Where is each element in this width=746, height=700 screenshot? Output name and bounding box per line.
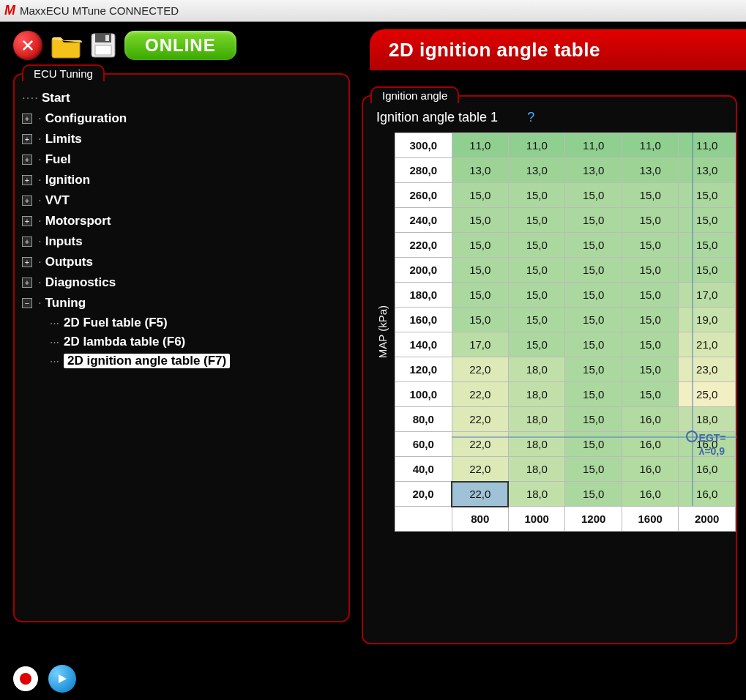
- map-cell[interactable]: 15,0: [622, 233, 678, 258]
- map-cell[interactable]: 17,0: [679, 283, 736, 308]
- map-cell[interactable]: 15,0: [565, 407, 622, 432]
- map-cell[interactable]: 15,0: [622, 183, 678, 208]
- tree-item-start[interactable]: ····Start: [22, 88, 341, 108]
- map-cell[interactable]: 15,0: [508, 233, 564, 258]
- map-cell[interactable]: 15,0: [679, 233, 736, 258]
- tree-item-inputs[interactable]: +·Inputs: [22, 231, 341, 252]
- map-cell[interactable]: 15,0: [565, 208, 622, 233]
- expand-icon[interactable]: +: [22, 175, 32, 185]
- map-cell[interactable]: 18,0: [508, 357, 564, 382]
- map-cell[interactable]: 15,0: [565, 183, 622, 208]
- map-cell[interactable]: 15,0: [565, 233, 622, 258]
- map-cell[interactable]: 22,0: [452, 482, 508, 507]
- map-cell[interactable]: 15,0: [508, 308, 564, 332]
- tree-item-motorsport[interactable]: +·Motorsport: [22, 211, 341, 231]
- map-cell[interactable]: 15,0: [679, 208, 736, 233]
- map-cell[interactable]: 18,0: [508, 407, 564, 432]
- map-cell[interactable]: 11,0: [679, 133, 736, 158]
- map-cell[interactable]: 15,0: [452, 308, 508, 332]
- tree-item-diagnostics[interactable]: +·Diagnostics: [22, 272, 341, 293]
- map-cell[interactable]: 15,0: [565, 283, 622, 308]
- map-cell[interactable]: 25,0: [679, 382, 736, 407]
- map-cell[interactable]: 17,0: [452, 332, 508, 357]
- tree-leaf-2d-lambda-table-f6-[interactable]: ⋯2D lambda table (F6): [50, 332, 341, 351]
- ignition-map-table[interactable]: 300,011,011,011,011,011,0280,013,013,013…: [395, 133, 736, 532]
- tree-item-outputs[interactable]: +·Outputs: [22, 252, 341, 272]
- expand-icon[interactable]: +: [22, 154, 32, 165]
- map-cell[interactable]: 18,0: [508, 432, 564, 457]
- map-cell[interactable]: 18,0: [679, 407, 736, 432]
- map-cell[interactable]: 23,0: [679, 357, 736, 382]
- map-cell[interactable]: 13,0: [508, 158, 564, 183]
- open-button[interactable]: [50, 32, 82, 59]
- map-cell[interactable]: 16,0: [622, 407, 678, 432]
- collapse-icon[interactable]: −: [22, 298, 32, 308]
- map-cell[interactable]: 15,0: [622, 283, 678, 308]
- tree-leaf-2d-ignition-angle-table-f7-[interactable]: ⋯2D ignition angle table (F7): [50, 351, 341, 371]
- map-cell[interactable]: 15,0: [565, 382, 622, 407]
- map-cell[interactable]: 22,0: [452, 457, 508, 482]
- map-cell[interactable]: 11,0: [565, 133, 622, 158]
- map-cell[interactable]: 15,0: [452, 233, 508, 258]
- tree-item-tuning[interactable]: −·Tuning: [22, 293, 341, 313]
- map-cell[interactable]: 15,0: [622, 357, 678, 382]
- map-cell[interactable]: 13,0: [565, 158, 622, 183]
- save-button[interactable]: [89, 31, 117, 59]
- help-button[interactable]: ?: [527, 110, 534, 125]
- map-cell[interactable]: 15,0: [508, 183, 564, 208]
- map-cell[interactable]: 21,0: [679, 332, 736, 357]
- map-cell[interactable]: 16,0: [679, 482, 736, 507]
- map-cell[interactable]: 15,0: [622, 382, 678, 407]
- map-cell[interactable]: 13,0: [679, 158, 736, 183]
- record-button[interactable]: [13, 666, 38, 691]
- map-cell[interactable]: 15,0: [565, 258, 622, 283]
- expand-icon[interactable]: +: [22, 134, 32, 144]
- tree-item-vvt[interactable]: +·VVT: [22, 190, 341, 211]
- map-cell[interactable]: 15,0: [622, 258, 678, 283]
- expand-icon[interactable]: +: [22, 237, 32, 247]
- map-cell[interactable]: 15,0: [452, 208, 508, 233]
- close-button[interactable]: [13, 31, 42, 60]
- map-cell[interactable]: 15,0: [565, 432, 622, 457]
- tree-item-fuel[interactable]: +·Fuel: [22, 149, 341, 170]
- tree-item-configuration[interactable]: +·Configuration: [22, 108, 341, 129]
- map-cell[interactable]: 22,0: [452, 432, 508, 457]
- map-cell[interactable]: 15,0: [565, 332, 622, 357]
- map-cell[interactable]: 16,0: [622, 482, 678, 507]
- map-cell[interactable]: 22,0: [452, 382, 508, 407]
- map-cell[interactable]: 19,0: [679, 308, 736, 332]
- map-cell[interactable]: 11,0: [622, 133, 678, 158]
- map-cell[interactable]: 15,0: [622, 208, 678, 233]
- tree-leaf-2d-fuel-table-f5-[interactable]: ⋯2D Fuel table (F5): [50, 313, 341, 332]
- map-cell[interactable]: 18,0: [508, 457, 564, 482]
- map-cell[interactable]: 15,0: [565, 482, 622, 507]
- play-button[interactable]: [48, 665, 76, 693]
- map-cell[interactable]: 15,0: [622, 332, 678, 357]
- expand-icon[interactable]: +: [22, 278, 32, 288]
- map-cell[interactable]: 15,0: [452, 183, 508, 208]
- map-cell[interactable]: 15,0: [508, 258, 564, 283]
- map-cell[interactable]: 15,0: [565, 308, 622, 332]
- map-cell[interactable]: 15,0: [508, 283, 564, 308]
- expand-icon[interactable]: +: [22, 113, 32, 124]
- map-cell[interactable]: 15,0: [565, 357, 622, 382]
- content-tab[interactable]: Ignition angle: [370, 86, 459, 103]
- map-cell[interactable]: 15,0: [565, 457, 622, 482]
- map-cell[interactable]: 15,0: [679, 258, 736, 283]
- map-cell[interactable]: 18,0: [508, 382, 564, 407]
- map-cell[interactable]: 11,0: [452, 133, 508, 158]
- map-cell[interactable]: 22,0: [452, 357, 508, 382]
- tree-item-ignition[interactable]: +·Ignition: [22, 170, 341, 190]
- expand-icon[interactable]: +: [22, 196, 32, 206]
- map-cell[interactable]: 16,0: [679, 457, 736, 482]
- map-cell[interactable]: 13,0: [452, 158, 508, 183]
- sidebar-tab[interactable]: ECU Tuning: [22, 64, 105, 81]
- map-cell[interactable]: 16,0: [622, 457, 678, 482]
- map-cell[interactable]: 11,0: [508, 133, 564, 158]
- map-cell[interactable]: 16,0: [622, 432, 678, 457]
- map-cell[interactable]: 22,0: [452, 407, 508, 432]
- map-cell[interactable]: 15,0: [622, 308, 678, 332]
- expand-icon[interactable]: +: [22, 257, 32, 267]
- map-cell[interactable]: 15,0: [452, 258, 508, 283]
- map-cell[interactable]: 15,0: [679, 183, 736, 208]
